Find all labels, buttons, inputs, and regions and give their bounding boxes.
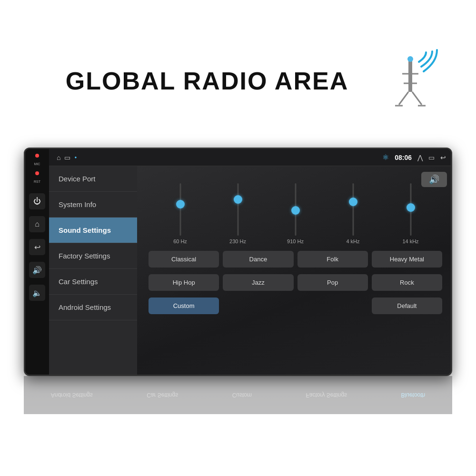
eq-handle-14khz[interactable] bbox=[407, 203, 415, 212]
eq-label-14khz: 14 kHz bbox=[402, 238, 418, 244]
reflection-car: Car Settings bbox=[147, 392, 178, 398]
reflection-factory: Factory Settings bbox=[306, 392, 347, 398]
nav-item-device-port[interactable]: Device Port bbox=[49, 166, 137, 192]
svg-line-5 bbox=[412, 92, 422, 105]
mic-label: MIC bbox=[34, 162, 40, 166]
preset-heavy-metal[interactable]: Heavy Metal bbox=[372, 251, 442, 268]
eq-track-4k bbox=[352, 183, 354, 236]
preset-jazz[interactable]: Jazz bbox=[223, 274, 293, 291]
eq-track bbox=[179, 183, 181, 236]
device-frame: MIC RST ⏻ ⌂ ↩ 🔊 🔈 ⌂ ▭ ● ⚛ 08:06 ⋀ ▭ ↩ bbox=[24, 148, 452, 376]
eq-channel-230hz: 230 Hz bbox=[219, 183, 257, 244]
speaker-icon: 🔊 bbox=[429, 174, 439, 185]
home-icon: ⌂ bbox=[57, 154, 60, 161]
title-area: GLOBAL RADIO AREA bbox=[0, 52, 476, 109]
apps-icon: ▭ bbox=[64, 154, 70, 161]
sound-panel: 🔊 60 Hz bbox=[137, 166, 452, 375]
svg-line-4 bbox=[399, 92, 408, 105]
rst-indicator bbox=[35, 171, 39, 175]
eq-label-4khz: 4 kHz bbox=[346, 238, 359, 244]
antenna-icon bbox=[386, 48, 438, 109]
reflection: Android Settings Car Settings Custom Fac… bbox=[24, 376, 452, 414]
page-title: GLOBAL RADIO AREA bbox=[38, 67, 376, 95]
volume-up-button[interactable]: 🔊 bbox=[29, 262, 45, 278]
nav-item-sound-settings[interactable]: Sound Settings bbox=[49, 218, 137, 243]
eq-track-230 bbox=[237, 183, 238, 236]
eq-channel-910hz: 910 Hz bbox=[277, 183, 315, 244]
eq-label-230hz: 230 Hz bbox=[229, 238, 246, 244]
window-icon: ▭ bbox=[428, 154, 435, 161]
eq-label-910hz: 910 Hz bbox=[287, 238, 304, 244]
nav-menu: Device Port System Info Sound Settings F… bbox=[49, 166, 137, 375]
presets-row-1: Classical Dance Folk Heavy Metal bbox=[147, 251, 444, 268]
eq-channel-14khz: 14 kHz bbox=[392, 183, 430, 244]
bottom-row: Custom Default bbox=[147, 298, 444, 314]
status-bar: ⌂ ▭ ● ⚛ 08:06 ⋀ ▭ ↩ bbox=[49, 149, 452, 166]
back-button[interactable]: ↩ bbox=[29, 239, 45, 255]
nav-item-factory-settings[interactable]: Factory Settings bbox=[49, 243, 137, 269]
preset-folk[interactable]: Folk bbox=[298, 251, 368, 268]
dot-icon: ● bbox=[74, 155, 77, 159]
signal-icon: ⋀ bbox=[417, 154, 423, 161]
preset-classical[interactable]: Classical bbox=[149, 251, 219, 268]
sound-toggle-button[interactable]: 🔊 bbox=[421, 172, 447, 187]
eq-slider-230hz[interactable] bbox=[233, 183, 243, 236]
eq-channel-4khz: 4 kHz bbox=[334, 183, 372, 244]
screen: ⌂ ▭ ● ⚛ 08:06 ⋀ ▭ ↩ Device Port System I… bbox=[49, 149, 452, 375]
mic-indicator bbox=[35, 154, 39, 158]
preset-rock[interactable]: Rock bbox=[372, 274, 442, 291]
preset-hip-hop[interactable]: Hip Hop bbox=[149, 274, 219, 291]
eq-area: 60 Hz 230 Hz bbox=[147, 178, 444, 244]
eq-label-60hz: 60 Hz bbox=[173, 238, 187, 244]
reflection-custom: Custom bbox=[232, 392, 252, 398]
power-button[interactable]: ⏻ bbox=[29, 193, 45, 209]
preset-custom[interactable]: Custom bbox=[149, 298, 219, 314]
svg-rect-0 bbox=[408, 61, 412, 92]
side-buttons: MIC RST ⏻ ⌂ ↩ 🔊 🔈 bbox=[25, 149, 49, 375]
nav-back-icon: ↩ bbox=[440, 154, 446, 161]
status-right-icons: ⚛ 08:06 ⋀ ▭ ↩ bbox=[382, 153, 446, 162]
content-area: Device Port System Info Sound Settings F… bbox=[49, 166, 452, 375]
top-section: GLOBAL RADIO AREA bbox=[0, 0, 476, 148]
nav-item-android-settings[interactable]: Android Settings bbox=[49, 295, 137, 320]
eq-slider-910hz[interactable] bbox=[291, 183, 300, 236]
status-left-icons: ⌂ ▭ ● bbox=[57, 154, 382, 161]
home-button[interactable]: ⌂ bbox=[29, 216, 45, 232]
nav-item-system-info[interactable]: System Info bbox=[49, 192, 137, 218]
bluetooth-icon: ⚛ bbox=[382, 153, 389, 162]
eq-handle-910hz[interactable] bbox=[291, 206, 300, 215]
preset-default[interactable]: Default bbox=[372, 298, 442, 314]
volume-down-button[interactable]: 🔈 bbox=[29, 285, 45, 301]
eq-handle-60hz[interactable] bbox=[176, 200, 185, 208]
presets-row-2: Hip Hop Jazz Pop Rock bbox=[147, 274, 444, 291]
eq-slider-14khz[interactable] bbox=[406, 183, 416, 236]
eq-slider-60hz[interactable] bbox=[176, 183, 185, 236]
nav-item-car-settings[interactable]: Car Settings bbox=[49, 269, 137, 295]
preset-dance[interactable]: Dance bbox=[223, 251, 293, 268]
rst-label: RST bbox=[34, 180, 40, 183]
svg-point-1 bbox=[407, 56, 413, 62]
eq-handle-230hz[interactable] bbox=[234, 195, 242, 204]
eq-slider-4khz[interactable] bbox=[348, 183, 358, 236]
eq-channel-60hz: 60 Hz bbox=[161, 183, 199, 244]
reflection-android: Android Settings bbox=[51, 392, 93, 398]
reflection-bluetooth: Bluetooth bbox=[401, 392, 426, 398]
preset-pop[interactable]: Pop bbox=[298, 274, 368, 291]
eq-handle-4khz[interactable] bbox=[349, 198, 357, 206]
time-display: 08:06 bbox=[395, 154, 412, 161]
